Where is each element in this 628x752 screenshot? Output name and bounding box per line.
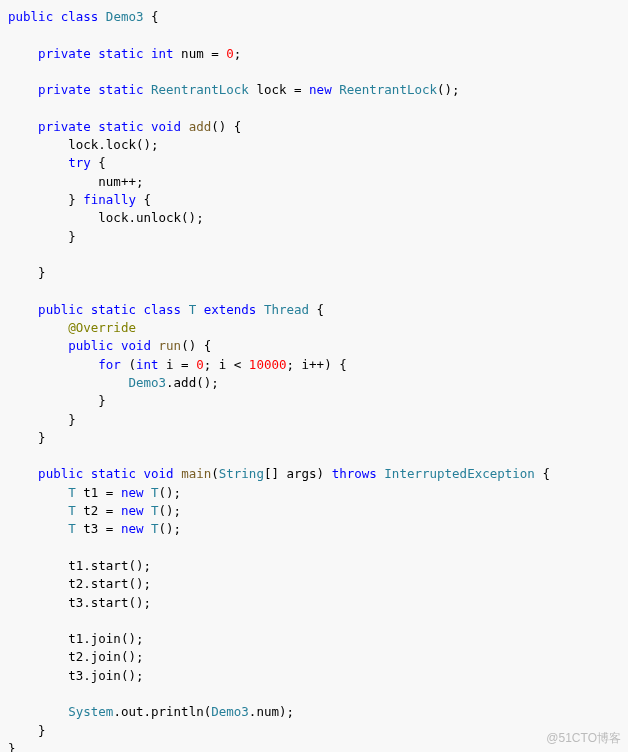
kw: private [38,46,91,61]
mtd: main [181,466,211,481]
txt: num++; [8,174,143,189]
kw: new [121,503,144,518]
cls: InterruptedException [384,466,535,481]
txt: t2 = [76,503,121,518]
txt: ( [121,357,136,372]
txt: } [8,412,76,427]
cls: T [68,503,76,518]
txt: lock.unlock(); [8,210,204,225]
kw: static [98,46,143,61]
txt: { [91,155,106,170]
kw: static [98,82,143,97]
kw: void [121,338,151,353]
txt: .add(); [166,375,219,390]
num: 10000 [249,357,287,372]
cls: Thread [264,302,309,317]
kw: void [151,119,181,134]
kw: new [121,521,144,536]
txt: t2.start(); [8,576,151,591]
txt: .num); [249,704,294,719]
num: 0 [226,46,234,61]
txt: t3 = [76,521,121,536]
kw: try [68,155,91,170]
cls: Demo3 [128,375,166,390]
kw: public [38,302,83,317]
txt: (); [159,485,182,500]
txt: () { [181,338,211,353]
kw: extends [204,302,257,317]
txt: (); [437,82,460,97]
txt: [] args) [264,466,332,481]
txt: t1.join(); [8,631,143,646]
cls: ReentrantLock [151,82,249,97]
cls: T [151,485,159,500]
kw: public [38,466,83,481]
txt: t3.join(); [8,668,143,683]
mtd: run [159,338,182,353]
num: 0 [196,357,204,372]
cls: System [68,704,113,719]
kw: new [121,485,144,500]
kw: public [8,9,53,24]
txt: t1 = [76,485,121,500]
txt: ; i++) { [287,357,347,372]
kw: static [91,302,136,317]
txt: t2.join(); [8,649,143,664]
txt: t1.start(); [8,558,151,573]
txt: (); [159,503,182,518]
txt: ; [234,46,242,61]
cls: Demo3 [106,9,144,24]
code-block: public class Demo3 { private static int … [8,8,620,752]
kw: throws [332,466,377,481]
txt: { [144,9,159,24]
kw: void [143,466,173,481]
cls: ReentrantLock [339,82,437,97]
kw: class [61,9,99,24]
cls: T [68,521,76,536]
txt: { [309,302,324,317]
txt: (); [159,521,182,536]
kw: private [38,82,91,97]
cls: String [219,466,264,481]
cls: T [68,485,76,500]
txt: i = [159,357,197,372]
txt: } [8,723,46,738]
txt: { [535,466,550,481]
txt: num = [174,46,227,61]
cls: Demo3 [211,704,249,719]
cls: T [151,503,159,518]
annotation: @Override [68,320,136,335]
txt: .out.println( [113,704,211,719]
cls: T [189,302,197,317]
kw: new [309,82,332,97]
kw: int [151,46,174,61]
txt: } [68,192,83,207]
kw: public [68,338,113,353]
txt: } [8,393,106,408]
kw: static [98,119,143,134]
mtd: add [189,119,212,134]
kw: static [91,466,136,481]
txt: t3.start(); [8,595,151,610]
txt: } [8,265,46,280]
txt: { [136,192,151,207]
txt: } [8,430,46,445]
txt: ( [211,466,219,481]
watermark: @51CTO博客 [546,729,621,747]
txt: } [8,229,76,244]
kw: class [143,302,181,317]
kw: int [136,357,159,372]
txt: lock = [249,82,309,97]
txt: lock.lock(); [8,137,159,152]
txt: } [8,741,16,752]
kw: for [98,357,121,372]
txt: () { [211,119,241,134]
txt: ; i < [204,357,249,372]
kw: private [38,119,91,134]
cls: T [151,521,159,536]
kw: finally [83,192,136,207]
